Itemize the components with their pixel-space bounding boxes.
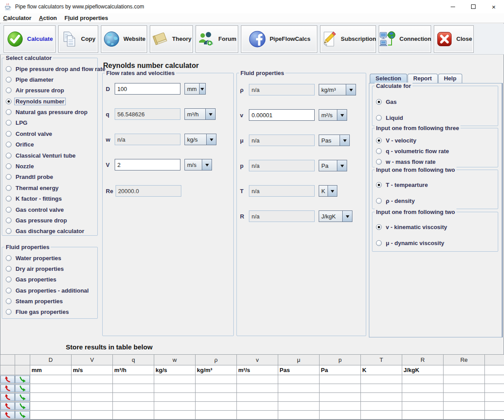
input-D[interactable] — [115, 83, 180, 95]
connection-button[interactable]: Connection — [379, 25, 431, 53]
table-cell[interactable] — [154, 393, 196, 402]
minimize-button[interactable] — [443, 0, 463, 13]
input-nu[interactable] — [249, 109, 315, 121]
store-row-button[interactable] — [15, 402, 30, 410]
table-cell[interactable] — [361, 375, 402, 384]
store-row-button[interactable] — [15, 411, 30, 419]
table-cell[interactable] — [237, 393, 278, 402]
unit-combo-V[interactable]: m/s — [184, 159, 212, 170]
store-row-button[interactable] — [15, 384, 30, 392]
unit-combo-mu[interactable]: Pas — [319, 135, 350, 146]
calc-radio-gas-control-valve[interactable]: Gas control valve — [6, 206, 95, 213]
chevron-down-icon[interactable] — [342, 211, 352, 222]
table-cell[interactable] — [154, 411, 196, 420]
table-cell[interactable] — [30, 393, 72, 402]
unit-combo-w[interactable]: kg/s — [184, 134, 216, 145]
chevron-down-icon[interactable] — [199, 83, 205, 94]
calc-radio-orifice[interactable]: Orifice — [6, 142, 95, 148]
table-cell[interactable] — [402, 393, 444, 402]
recall-row-button[interactable] — [0, 411, 15, 419]
calc-radio-natural-gas-pressure-drop[interactable]: Natural gas pressure drop — [6, 109, 95, 115]
table-cell[interactable] — [72, 411, 113, 420]
table-cell[interactable] — [154, 384, 196, 393]
fluid-radio-flue-gas-properties[interactable]: Flue gas properties — [6, 309, 95, 315]
chevron-down-icon[interactable] — [206, 134, 216, 145]
unit-combo-rho[interactable]: kg/m³ — [319, 84, 356, 95]
radio-temperature[interactable]: T - tempearture — [376, 182, 495, 188]
table-cell[interactable] — [278, 384, 320, 393]
radio-gas[interactable]: Gas — [376, 99, 495, 105]
copy-button[interactable]: Copy — [58, 25, 98, 53]
table-cell[interactable] — [154, 402, 196, 411]
table-cell[interactable] — [72, 384, 113, 393]
store-row-button[interactable] — [15, 376, 30, 383]
radio-density[interactable]: ρ - density — [376, 198, 495, 204]
radio-velocity[interactable]: V - velocity — [376, 137, 495, 143]
radio-mass-flow-rate[interactable]: w - mass flow rate — [376, 158, 495, 165]
table-cell[interactable] — [402, 375, 444, 384]
table-cell[interactable] — [320, 375, 361, 384]
unit-combo-R[interactable]: J/kgK — [319, 210, 352, 222]
table-cell[interactable] — [237, 411, 278, 420]
table-cell[interactable] — [278, 375, 320, 384]
calc-radio-control-valve[interactable]: Control valve — [6, 131, 95, 137]
table-cell[interactable] — [237, 384, 278, 393]
fluid-radio-water-properties[interactable]: Water properties — [6, 255, 95, 261]
table-cell[interactable] — [320, 384, 361, 393]
table-cell[interactable] — [113, 384, 154, 393]
table-cell[interactable] — [30, 411, 72, 420]
calc-radio-thermal-energy[interactable]: Thermal energy — [6, 185, 95, 191]
recall-row-button[interactable] — [0, 384, 15, 392]
fluid-radio-dry-air-properties[interactable]: Dry air properties — [6, 265, 95, 272]
maximize-button[interactable] — [463, 0, 484, 13]
table-cell[interactable] — [278, 411, 320, 420]
chevron-down-icon[interactable] — [346, 84, 356, 95]
table-cell[interactable] — [196, 402, 237, 411]
table-cell[interactable] — [72, 393, 113, 402]
chevron-down-icon[interactable] — [337, 110, 347, 120]
table-cell[interactable] — [113, 393, 154, 402]
fluid-radio-steam-properties[interactable]: Steam properties — [6, 298, 95, 305]
table-cell[interactable] — [72, 402, 113, 411]
close-toolbar-button[interactable]: Close — [434, 25, 474, 53]
forum-button[interactable]: Forum — [196, 25, 238, 53]
tab-selection[interactable]: Selection — [370, 74, 407, 83]
table-cell[interactable] — [196, 375, 237, 384]
table-cell[interactable] — [402, 411, 444, 420]
fluid-radio-gas-properties-additional[interactable]: Gas properties - additional — [6, 287, 95, 293]
unit-combo-p[interactable]: Pa — [319, 160, 347, 171]
chevron-down-icon[interactable] — [337, 160, 347, 171]
table-cell[interactable] — [402, 402, 444, 411]
table-cell[interactable] — [361, 393, 402, 402]
input-V[interactable] — [115, 159, 180, 170]
subscription-button[interactable]: Subscription — [320, 25, 376, 53]
table-cell[interactable] — [30, 402, 72, 411]
radio-dynamic-viscosity[interactable]: μ - dynamic viscosity — [376, 240, 495, 246]
table-cell[interactable] — [278, 393, 320, 402]
unit-combo-D[interactable]: mm — [184, 83, 206, 95]
theory-button[interactable]: Theory — [150, 25, 193, 53]
recall-row-button[interactable] — [0, 376, 15, 383]
table-cell[interactable] — [72, 375, 113, 384]
calc-radio-pipe-diameter[interactable]: Pipe diameter — [6, 76, 95, 83]
tab-help[interactable]: Help — [438, 74, 462, 83]
table-cell[interactable] — [361, 402, 402, 411]
table-cell[interactable] — [237, 375, 278, 384]
table-cell[interactable] — [113, 375, 154, 384]
calc-radio-k-factor-fittings[interactable]: K factor - fittings — [6, 196, 95, 202]
input-q[interactable] — [115, 108, 180, 120]
unit-combo-T[interactable]: K — [319, 185, 337, 197]
table-cell[interactable] — [444, 375, 485, 384]
calc-radio-reynolds-number[interactable]: Reynolds number — [6, 98, 95, 104]
input-T[interactable] — [249, 185, 315, 197]
input-p[interactable] — [249, 160, 315, 171]
unit-combo-q[interactable]: m³/h — [184, 108, 216, 120]
unit-combo-nu[interactable]: m²/s — [319, 109, 347, 121]
fluid-radio-gas-properties[interactable]: Gas properties — [6, 277, 95, 283]
table-cell[interactable] — [444, 393, 485, 402]
calc-radio-classical-venturi-tube[interactable]: Classical Venturi tube — [6, 152, 95, 158]
radio-kinematic-viscosity[interactable]: v - kinematic viscosity — [376, 224, 495, 230]
recall-row-button[interactable] — [0, 393, 15, 401]
input-mu[interactable] — [249, 135, 315, 146]
table-cell[interactable] — [278, 402, 320, 411]
